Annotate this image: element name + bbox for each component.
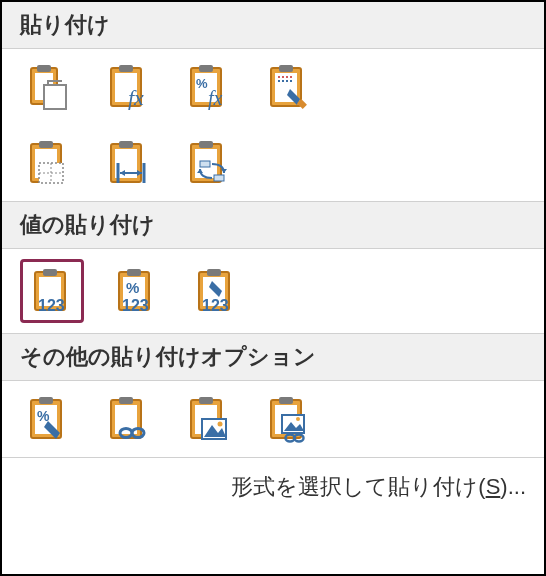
clipboard-link-icon [104, 395, 152, 443]
svg-rect-5 [119, 65, 133, 72]
section-header-other: その他の貼り付けオプション [2, 333, 544, 381]
svg-text:%: % [126, 279, 139, 296]
svg-rect-63 [199, 397, 213, 404]
svg-rect-9 [199, 65, 213, 72]
paste-no-borders-button[interactable] [20, 135, 76, 191]
clipboard-percent-values-icon: % 123 [112, 267, 160, 315]
svg-rect-14 [279, 65, 293, 72]
paste-linked-picture-button[interactable] [260, 391, 316, 447]
paste-picture-button[interactable] [180, 391, 236, 447]
svg-rect-3 [44, 85, 66, 109]
svg-text:fx: fx [208, 87, 223, 110]
clipboard-width-icon [104, 139, 152, 187]
paste-transpose-button[interactable] [180, 135, 236, 191]
paste-special-link[interactable]: 形式を選択して貼り付け(S)... [2, 457, 544, 516]
paste-formulas-number-format-button[interactable]: % fx [180, 59, 236, 115]
clipboard-fx-icon: fx [104, 63, 152, 111]
svg-text:123: 123 [202, 297, 229, 314]
clipboard-brush-values-icon: 123 [192, 267, 240, 315]
svg-rect-58 [119, 397, 133, 404]
svg-rect-50 [207, 269, 221, 276]
svg-point-67 [218, 422, 223, 427]
paste-link-button[interactable] [100, 391, 156, 447]
clipboard-linked-picture-icon [264, 395, 312, 443]
clipboard-percent-brush-icon: % [24, 395, 72, 443]
paste-special-suffix: )... [500, 474, 526, 499]
svg-text:123: 123 [38, 297, 65, 314]
svg-rect-20 [39, 141, 53, 148]
svg-rect-37 [214, 175, 224, 181]
paste-row-2 [2, 125, 544, 201]
clipboard-picture-icon [184, 395, 232, 443]
svg-text:fx: fx [128, 85, 144, 110]
paste-formulas-button[interactable]: fx [100, 59, 156, 115]
svg-rect-26 [119, 141, 133, 148]
svg-rect-69 [279, 397, 293, 404]
svg-point-73 [296, 417, 300, 421]
paste-keep-column-widths-button[interactable] [100, 135, 156, 191]
paste-special-key: S [486, 474, 501, 499]
paste-options-menu: 貼り付け fx [0, 0, 546, 576]
svg-text:%: % [196, 76, 208, 91]
paste-special-prefix: 形式を選択して貼り付け( [231, 474, 485, 499]
paste-row-1: fx % fx [2, 49, 544, 125]
paste-values-source-formatting-button[interactable]: 123 [188, 263, 244, 319]
values-row: 123 % 123 123 [2, 249, 544, 333]
paste-values-button[interactable]: 123 [20, 259, 84, 323]
paste-formatting-button[interactable]: % [20, 391, 76, 447]
svg-text:123: 123 [122, 297, 149, 314]
clipboard-transpose-icon [184, 139, 232, 187]
svg-rect-1 [37, 65, 51, 72]
svg-rect-34 [199, 141, 213, 148]
svg-rect-41 [43, 269, 57, 276]
paste-keep-source-formatting-button[interactable] [260, 59, 316, 115]
clipboard-brush-icon [264, 63, 312, 111]
paste-button[interactable] [20, 59, 76, 115]
svg-rect-45 [127, 269, 141, 276]
clipboard-paste-icon [24, 63, 72, 111]
paste-values-number-format-button[interactable]: % 123 [108, 263, 164, 319]
clipboard-no-border-icon [24, 139, 72, 187]
section-header-paste: 貼り付け [2, 2, 544, 49]
svg-rect-36 [200, 161, 210, 167]
other-row: % [2, 381, 544, 457]
section-header-values: 値の貼り付け [2, 201, 544, 249]
clipboard-values-icon: 123 [28, 267, 76, 315]
svg-rect-54 [39, 397, 53, 404]
clipboard-percent-fx-icon: % fx [184, 63, 232, 111]
